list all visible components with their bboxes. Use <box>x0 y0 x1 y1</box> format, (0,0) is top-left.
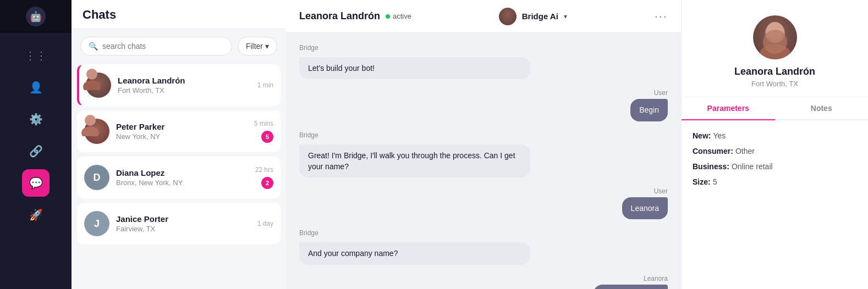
conversation-contact-name: Leanora Landrón <box>299 10 380 22</box>
message-sender-2: User <box>654 89 668 97</box>
param-row-size: Size: 5 <box>693 177 857 186</box>
more-options-button[interactable]: ··· <box>655 9 668 24</box>
message-bubble-1: Let's build your bot! <box>299 57 530 79</box>
chat-location-leanora: Fort Worth, TX <box>118 86 251 95</box>
header-user-area[interactable]: Bridge Ai ▾ <box>499 8 567 25</box>
gear-icon: ⚙️ <box>29 113 43 126</box>
contact-name: Leanora Landrón <box>734 66 815 77</box>
conversation-header: Leanora Landrón active Bridge Ai ▾ ··· <box>286 0 681 33</box>
chat-meta-janice: 1 day <box>257 220 273 227</box>
chat-name-peter: Peter Parker <box>116 122 248 131</box>
svg-point-2 <box>85 119 96 126</box>
param-key-business: Business: <box>693 162 729 171</box>
active-dot-icon <box>386 14 390 19</box>
sidebar-item-launch[interactable]: 🚀 <box>22 201 50 229</box>
page-title: Chats <box>83 8 275 22</box>
message-group-1: Bridge Let's build your bot! <box>299 44 668 79</box>
svg-point-1 <box>86 80 101 90</box>
param-val-size: 5 <box>713 177 717 186</box>
chats-panel: Chats 🔍 Filter ▾ Leanora Landrón Fort Wo… <box>72 0 286 289</box>
chat-info-janice: Janice Porter Fairview, TX <box>116 214 251 233</box>
message-sender-3: Bridge <box>299 131 668 139</box>
svg-point-3 <box>84 126 99 136</box>
svg-point-5 <box>760 44 790 59</box>
message-sender-5: Bridge <box>299 229 668 237</box>
rocket-icon: 🚀 <box>29 208 43 221</box>
sidebar-item-chats[interactable]: 💬 <box>22 169 50 197</box>
sidebar: 🤖 ⋮⋮ 👤 ⚙️ 🔗 💬 🚀 <box>0 0 72 289</box>
tab-notes[interactable]: Notes <box>775 97 869 119</box>
message-group-5: Bridge And your company name? <box>299 229 668 264</box>
chat-item-janice[interactable]: J Janice Porter Fairview, TX 1 day <box>77 203 281 244</box>
panel-tabs: Parameters Notes <box>682 97 868 120</box>
filter-label: Filter <box>246 42 263 51</box>
parameters-panel: New: Yes Consumer: Other Business: Onlin… <box>682 120 868 289</box>
header-avatar <box>499 8 517 25</box>
active-label: active <box>393 12 411 20</box>
param-val-business: Online retail <box>732 162 773 171</box>
chat-time-peter: 5 mins <box>254 120 273 127</box>
message-group-4: User Leanora <box>299 187 668 219</box>
active-status: active <box>386 12 411 20</box>
chat-meta-leanora: 1 min <box>257 81 273 89</box>
network-icon: 🔗 <box>29 144 43 158</box>
chat-info-peter: Peter Parker New York, NY <box>116 122 248 141</box>
message-bubble-4: Leanora <box>622 197 668 219</box>
unread-badge-diana: 2 <box>261 177 273 189</box>
message-bubble-5: And your company name? <box>299 242 530 264</box>
chat-time-diana: 22 hrs <box>255 166 273 174</box>
sidebar-item-contacts[interactable]: 👤 <box>22 74 50 101</box>
sidebar-item-grid[interactable]: ⋮⋮ <box>22 42 50 69</box>
chat-info-diana: Diana Lopez Bronx, New York, NY <box>116 168 249 187</box>
chevron-down-icon: ▾ <box>265 42 269 51</box>
svg-point-0 <box>86 73 97 80</box>
avatar-diana: D <box>84 165 109 190</box>
search-icon: 🔍 <box>89 42 98 51</box>
chat-time-leanora: 1 min <box>257 81 273 89</box>
chat-name-diana: Diana Lopez <box>116 168 249 177</box>
right-panel: Leanora Landrón Fort Worth, TX Parameter… <box>681 0 868 289</box>
chat-name-leanora: Leanora Landrón <box>118 76 251 85</box>
message-group-3: Bridge Great! I'm Bridge, I'll walk you … <box>299 131 668 178</box>
unread-badge-peter: 5 <box>261 131 273 143</box>
message-bubble-6: Live Auctioneers <box>594 285 668 289</box>
param-key-consumer: Consumer: <box>693 147 733 155</box>
message-group-6: Leanora Live Auctioneers <box>299 275 668 289</box>
sidebar-item-network[interactable]: 🔗 <box>22 137 50 165</box>
avatar-peter <box>84 119 109 144</box>
person-icon: 👤 <box>29 81 43 94</box>
sidebar-navigation: ⋮⋮ 👤 ⚙️ 🔗 💬 🚀 <box>0 33 72 289</box>
chat-item-leanora[interactable]: Leanora Landrón Fort Worth, TX 1 min <box>77 64 281 106</box>
chat-item-peter[interactable]: Peter Parker New York, NY 5 mins 5 <box>77 110 281 152</box>
message-bubble-3: Great! I'm Bridge, I'll walk you through… <box>299 144 530 178</box>
chat-list: Leanora Landrón Fort Worth, TX 1 min Pet… <box>72 61 286 289</box>
param-key-size: Size: <box>693 177 711 186</box>
tab-parameters[interactable]: Parameters <box>682 97 775 120</box>
avatar-janice: J <box>84 211 109 236</box>
param-key-new: New: <box>693 131 711 140</box>
chat-item-diana[interactable]: D Diana Lopez Bronx, New York, NY 22 hrs… <box>77 157 281 198</box>
sidebar-logo-area: 🤖 <box>0 0 72 33</box>
sidebar-item-settings[interactable]: ⚙️ <box>22 105 50 133</box>
main-content: Leanora Landrón active Bridge Ai ▾ ··· B… <box>286 0 681 289</box>
grid-icon: ⋮⋮ <box>25 49 47 62</box>
param-row-consumer: Consumer: Other <box>693 147 857 155</box>
chat-location-peter: New York, NY <box>116 132 248 141</box>
app-logo-icon: 🤖 <box>26 7 46 26</box>
param-row-business: Business: Online retail <box>693 162 857 171</box>
contact-profile: Leanora Landrón Fort Worth, TX <box>682 0 868 97</box>
filter-button[interactable]: Filter ▾ <box>238 37 277 55</box>
chat-name-janice: Janice Porter <box>116 214 251 224</box>
chat-icon: 💬 <box>29 176 43 190</box>
param-val-new: Yes <box>713 131 726 140</box>
chat-time-janice: 1 day <box>257 220 273 227</box>
search-box[interactable]: 🔍 <box>80 37 232 55</box>
chat-location-janice: Fairview, TX <box>116 225 251 233</box>
search-input[interactable] <box>102 42 224 51</box>
message-bubble-2: Begin <box>630 99 668 121</box>
conversation-title-area: Leanora Landrón active <box>299 10 411 22</box>
param-val-consumer: Other <box>735 147 755 155</box>
message-sender-4: User <box>654 187 668 195</box>
message-sender-1: Bridge <box>299 44 668 52</box>
header-chevron-icon: ▾ <box>564 13 567 20</box>
